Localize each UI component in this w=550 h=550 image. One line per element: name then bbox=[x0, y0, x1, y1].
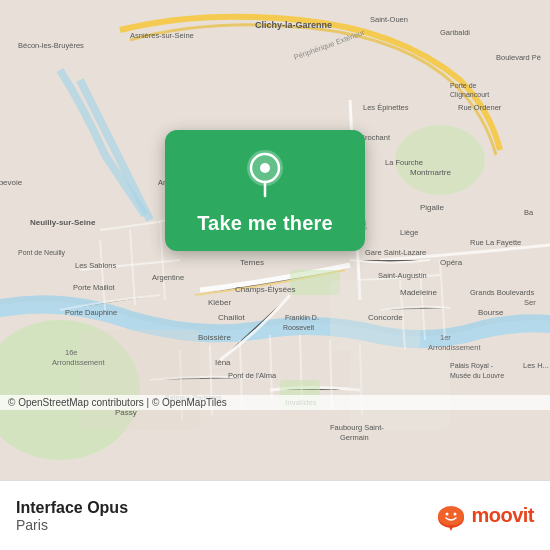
svg-text:Franklin D.: Franklin D. bbox=[285, 314, 319, 321]
svg-text:Arrondissement: Arrondissement bbox=[428, 343, 481, 352]
svg-text:Clignancourt: Clignancourt bbox=[450, 91, 489, 99]
svg-text:La Fourche: La Fourche bbox=[385, 158, 423, 167]
svg-text:Kléber: Kléber bbox=[208, 298, 231, 307]
svg-text:Champs-Élysées: Champs-Élysées bbox=[235, 285, 295, 294]
moovit-brand-icon bbox=[435, 500, 467, 532]
svg-text:Pont de l'Alma: Pont de l'Alma bbox=[228, 371, 277, 380]
svg-text:Chaillot: Chaillot bbox=[218, 313, 245, 322]
svg-text:Les Épinettes: Les Épinettes bbox=[363, 103, 409, 112]
svg-text:Roosevelt: Roosevelt bbox=[283, 324, 314, 331]
svg-text:Arrondissement: Arrondissement bbox=[52, 358, 105, 367]
svg-text:Saint-Ouen: Saint-Ouen bbox=[370, 15, 408, 24]
svg-text:Pont de Neuilly: Pont de Neuilly bbox=[18, 249, 66, 257]
svg-text:Gare Saint-Lazare: Gare Saint-Lazare bbox=[365, 248, 426, 257]
svg-text:Grands Boulevards: Grands Boulevards bbox=[470, 288, 534, 297]
svg-text:Asnières-sur-Seine: Asnières-sur-Seine bbox=[130, 31, 194, 40]
moovit-text: moovit bbox=[471, 504, 534, 527]
svg-text:Bourse: Bourse bbox=[478, 308, 504, 317]
svg-text:Saint-Augustin: Saint-Augustin bbox=[378, 271, 427, 280]
svg-rect-8 bbox=[350, 350, 450, 430]
svg-text:Rue La Fayette: Rue La Fayette bbox=[470, 238, 521, 247]
svg-text:Musée du Louvre: Musée du Louvre bbox=[450, 372, 504, 379]
copyright-text: © OpenStreetMap contributors | © OpenMap… bbox=[8, 397, 227, 408]
action-card[interactable]: Take me there bbox=[165, 130, 365, 251]
svg-text:Ternes: Ternes bbox=[240, 258, 264, 267]
svg-text:Ba: Ba bbox=[524, 208, 534, 217]
svg-text:Porte Dauphine: Porte Dauphine bbox=[65, 308, 117, 317]
svg-text:Boulevard Pé: Boulevard Pé bbox=[496, 53, 541, 62]
svg-text:rbevoie: rbevoie bbox=[0, 178, 23, 187]
svg-point-72 bbox=[438, 506, 464, 526]
svg-text:1er: 1er bbox=[440, 333, 451, 342]
svg-text:Faubourg Saint-: Faubourg Saint- bbox=[330, 423, 384, 432]
footer-info: Interface Opus Paris bbox=[16, 499, 128, 533]
svg-text:Germain: Germain bbox=[340, 433, 369, 442]
svg-text:16e: 16e bbox=[65, 348, 78, 357]
svg-text:Argentine: Argentine bbox=[152, 273, 184, 282]
svg-text:Boissière: Boissière bbox=[198, 333, 231, 342]
footer-bar: Interface Opus Paris moovit bbox=[0, 480, 550, 550]
svg-text:Liège: Liège bbox=[400, 228, 418, 237]
svg-text:Opéra: Opéra bbox=[440, 258, 463, 267]
moovit-logo[interactable]: moovit bbox=[435, 500, 534, 532]
svg-text:Iéna: Iéna bbox=[215, 358, 231, 367]
action-label: Take me there bbox=[197, 212, 333, 235]
copyright-bar: © OpenStreetMap contributors | © OpenMap… bbox=[0, 395, 550, 410]
svg-text:Porte de: Porte de bbox=[450, 82, 477, 89]
svg-text:Bécon-les-Bruyères: Bécon-les-Bruyères bbox=[18, 41, 84, 50]
location-pin-icon bbox=[243, 148, 287, 198]
svg-rect-6 bbox=[80, 330, 200, 430]
footer-title: Interface Opus bbox=[16, 499, 128, 517]
svg-text:Clichy-la-Garenne: Clichy-la-Garenne bbox=[255, 20, 332, 30]
svg-text:Les Sablons: Les Sablons bbox=[75, 261, 117, 270]
pin-icon-wrapper bbox=[243, 148, 287, 202]
svg-text:Rue Ordener: Rue Ordener bbox=[458, 103, 502, 112]
map-view[interactable]: Clichy-la-Garenne Neuilly-sur-Seine Leva… bbox=[0, 0, 550, 480]
svg-text:Garibaldi: Garibaldi bbox=[440, 28, 470, 37]
svg-text:Pigalle: Pigalle bbox=[420, 203, 445, 212]
svg-point-73 bbox=[446, 512, 449, 515]
svg-point-74 bbox=[454, 512, 457, 515]
svg-text:Montmartre: Montmartre bbox=[410, 168, 451, 177]
svg-text:Palais Royal -: Palais Royal - bbox=[450, 362, 494, 370]
svg-text:Madeleine: Madeleine bbox=[400, 288, 437, 297]
svg-text:Ser: Ser bbox=[524, 298, 536, 307]
svg-text:Porte Maillot: Porte Maillot bbox=[73, 283, 116, 292]
svg-text:Concorde: Concorde bbox=[368, 313, 403, 322]
svg-text:Les H...: Les H... bbox=[523, 361, 549, 370]
svg-point-69 bbox=[260, 163, 270, 173]
svg-text:Neuilly-sur-Seine: Neuilly-sur-Seine bbox=[30, 218, 96, 227]
footer-subtitle: Paris bbox=[16, 517, 128, 533]
